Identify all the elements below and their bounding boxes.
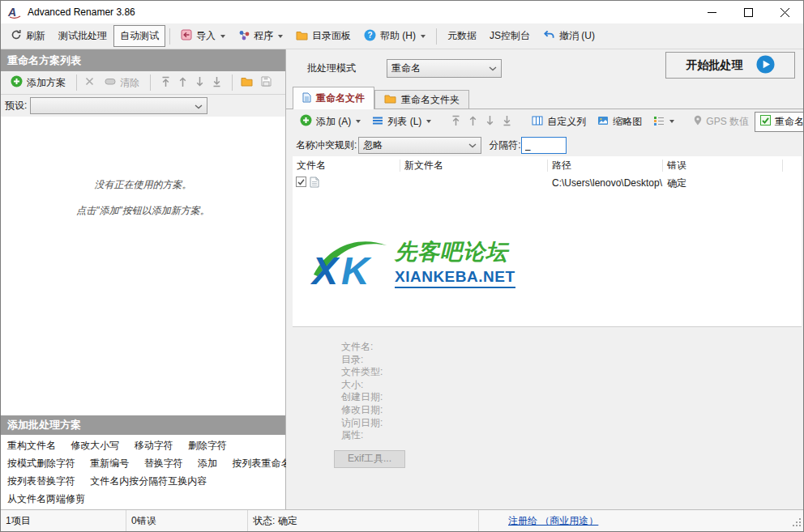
import-icon [181, 29, 192, 43]
move-to-top-icon[interactable] [451, 115, 460, 129]
import-button[interactable]: 导入 [174, 25, 232, 47]
cell-path: C:\Users\lenovo\Desktop\ [548, 177, 663, 189]
status-errors: 0错误 [126, 510, 248, 531]
preset-label: 预设: [5, 99, 27, 113]
resize-grip-icon[interactable] [792, 517, 802, 530]
info-label: 目录: [341, 354, 802, 367]
folder-icon [296, 30, 308, 43]
gps-values-button[interactable]: GPS 数值 [688, 112, 755, 132]
separator-label: 分隔符: [489, 138, 520, 152]
preset-row: 预设: [1, 95, 285, 117]
chevron-down-icon [426, 120, 431, 123]
separator-input[interactable] [521, 137, 567, 154]
exif-tools-button[interactable]: Exif工具... [334, 450, 405, 468]
js-console-button[interactable]: JS控制台 [483, 25, 537, 47]
method-link[interactable]: 替换字符 [144, 458, 183, 469]
method-link[interactable]: 文件名内按分隔符互换内容 [90, 475, 207, 487]
chevron-down-icon [356, 120, 361, 123]
undo-button[interactable]: 撤消 (U) [537, 25, 601, 47]
toolbar-separator [76, 74, 77, 91]
maximize-button[interactable] [730, 1, 767, 23]
scheme-list-header: 重命名方案列表 [1, 49, 285, 71]
method-link[interactable]: 从文件名两端修剪 [7, 493, 85, 504]
watermark-site: XIANKEBA.NET [395, 268, 515, 288]
status-bar: 1项目 0错误 状态: 确定 注册给 （商业用途） [1, 509, 803, 531]
tab-rename-folders[interactable]: 重命名文件夹 [374, 90, 469, 109]
gps-pin-icon [694, 115, 702, 128]
method-link[interactable]: 重新编号 [90, 458, 129, 469]
move-to-bottom-icon[interactable] [502, 115, 511, 129]
list-button[interactable]: 列表 (L) [366, 112, 437, 132]
title-bar: A Advanced Renamer 3.86 [1, 1, 803, 23]
method-link[interactable]: 删除字符 [188, 440, 227, 451]
method-link[interactable]: 移动字符 [135, 440, 173, 451]
tab-rename-files[interactable]: 重命名文件 [293, 87, 374, 109]
file-list-panel: 批处理模式 重命名 开始批处理 [286, 49, 803, 509]
save-icon [261, 76, 272, 89]
info-label: 文件名: [341, 341, 802, 354]
add-scheme-button[interactable]: 添加方案 [4, 71, 72, 94]
rename-match-toggle[interactable]: 重命名匹配 [755, 112, 804, 132]
main-toolbar: 刷新 测试批处理 自动测试 导入 程序 目录面板 [1, 23, 803, 49]
help-button[interactable]: ? 帮助 (H) [357, 25, 432, 48]
move-down-icon[interactable] [485, 115, 494, 129]
info-label: 修改日期: [341, 404, 802, 417]
svg-text:K: K [341, 249, 372, 289]
preset-select[interactable] [30, 97, 207, 114]
chevron-down-icon [669, 120, 674, 123]
method-link[interactable]: 按模式删除字符 [7, 458, 75, 469]
svg-text:?: ? [367, 31, 372, 40]
metadata-button[interactable]: 元数据 [441, 25, 483, 47]
minimize-button[interactable] [694, 1, 730, 23]
test-batch-button[interactable]: 测试批处理 [52, 25, 113, 47]
move-down-icon[interactable] [195, 76, 204, 90]
columns-icon [532, 116, 543, 128]
conflict-rule-select[interactable]: 忽略 [358, 137, 481, 154]
checkbox-checked-icon [760, 115, 771, 128]
batch-mode-row: 批处理模式 重命名 开始批处理 [286, 49, 803, 87]
close-button[interactable] [767, 1, 803, 23]
move-to-top-icon[interactable] [161, 76, 170, 90]
thumbnails-button[interactable]: 缩略图 [592, 112, 648, 132]
toolbar-separator [150, 74, 151, 91]
remove-scheme-button[interactable] [81, 74, 98, 91]
column-header-path[interactable]: 路径 [548, 160, 663, 172]
register-link[interactable]: 注册给 （商业用途） [508, 514, 598, 528]
info-label: 属性: [341, 429, 802, 442]
method-link[interactable]: 重构文件名 [7, 440, 56, 451]
custom-columns-button[interactable]: 自定义列 [526, 112, 592, 132]
start-batch-button[interactable]: 开始批处理 [665, 52, 795, 79]
clear-schemes-button[interactable]: 清除 [98, 72, 146, 94]
folder-icon [384, 94, 396, 106]
move-to-bottom-icon[interactable] [212, 76, 221, 90]
image-icon [597, 116, 609, 128]
batch-mode-select[interactable]: 重命名 [387, 59, 502, 78]
program-icon [238, 29, 250, 43]
refresh-button[interactable]: 刷新 [4, 25, 52, 47]
program-button[interactable]: 程序 [232, 25, 289, 47]
column-header-filename[interactable]: 文件名 [293, 160, 400, 172]
method-link[interactable]: 按列表替换字符 [7, 475, 75, 487]
table-row[interactable]: C:\Users\lenovo\Desktop\ 确定 [293, 174, 802, 192]
method-link[interactable]: 添加 [198, 458, 217, 469]
toolbar-separator [436, 28, 437, 45]
column-header-new-filename[interactable]: 新文件名 [400, 160, 548, 172]
status-state: 状态: 确定 [248, 510, 479, 531]
move-up-icon[interactable] [468, 115, 477, 129]
open-scheme-button[interactable] [237, 74, 257, 92]
directory-panel-button[interactable]: 目录面板 [289, 25, 357, 47]
move-up-icon[interactable] [178, 76, 187, 90]
column-header-error[interactable]: 错误 [663, 160, 783, 172]
row-checkbox[interactable] [296, 177, 306, 189]
tab-strip: 重命名文件 重命名文件夹 [286, 87, 803, 109]
method-link[interactable]: 按列表重命名 [232, 458, 290, 469]
xk-logo-icon: X K [310, 236, 388, 289]
color-list-button[interactable] [648, 113, 680, 131]
save-scheme-button[interactable] [257, 74, 276, 92]
method-link[interactable]: 修改大小写 [71, 440, 119, 451]
auto-test-button[interactable]: 自动测试 [113, 25, 165, 47]
svg-text:A: A [7, 6, 16, 19]
add-files-button[interactable]: 添加 (A) [294, 111, 366, 132]
document-icon [310, 177, 319, 190]
list-icon [372, 116, 383, 128]
